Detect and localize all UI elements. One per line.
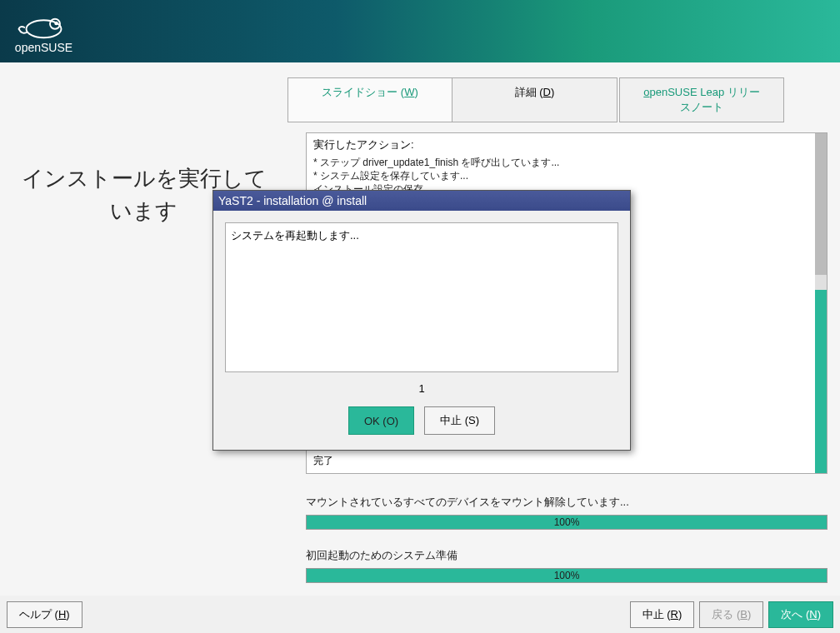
tab-bar: スライドショー (W) 詳細 (D) openSUSE Leap リリースノート [288,77,828,122]
chameleon-icon [12,9,75,42]
scrollbar[interactable] [815,133,827,473]
dialog-title: YaST2 - installation @ install [213,191,630,211]
opensuse-logo: openSUSE [12,9,75,54]
progress2-label: 初回起動のためのシステム準備 [306,548,828,563]
abort-button[interactable]: 中止 (R) [630,601,695,628]
scrollbar-thumb[interactable] [815,133,827,275]
log-line: * システム設定を保存しています... [313,169,820,182]
svg-point-2 [54,21,58,25]
tab-release-notes[interactable]: openSUSE Leap リリースノート [619,77,784,122]
progress1-value: 100% [554,516,580,528]
tab-slideshow[interactable]: スライドショー (W) [288,77,452,122]
progress-section: マウントされているすべてのデバイスをマウント解除しています... 100% 初回… [306,495,828,583]
log-line: * ステップ driver_update1_finish を呼び出しています..… [313,156,820,169]
ok-button[interactable]: OK (O) [348,406,414,435]
scrollbar-thumb-active[interactable] [815,290,827,473]
help-button[interactable]: ヘルプ (H) [7,601,82,628]
header: openSUSE [0,0,840,62]
tab-details[interactable]: 詳細 (D) [452,77,618,122]
progress1-bar: 100% [306,515,828,530]
progress2-bar: 100% [306,568,828,583]
log-bottom-line: 完了 [313,454,333,468]
logo-text: openSUSE [15,41,72,54]
back-button: 戻る (B) [699,601,763,628]
dialog-message: システムを再起動します... [231,229,359,242]
progress2-value: 100% [554,570,580,581]
next-button[interactable]: 次へ (N) [768,601,833,628]
dialog-counter: 1 [225,382,618,395]
reboot-dialog: YaST2 - installation @ install システムを再起動し… [212,190,631,451]
dialog-abort-button[interactable]: 中止 (S) [424,406,495,435]
dialog-message-box: システムを再起動します... [225,222,618,372]
dialog-body: システムを再起動します... 1 OK (O) 中止 (S) [213,211,630,450]
dialog-buttons: OK (O) 中止 (S) [225,406,618,435]
progress1-label: マウントされているすべてのデバイスをマウント解除しています... [306,495,828,510]
log-title: 実行したアクション: [313,137,820,152]
footer: ヘルプ (H) 中止 (R) 戻る (B) 次へ (N) [0,596,840,633]
